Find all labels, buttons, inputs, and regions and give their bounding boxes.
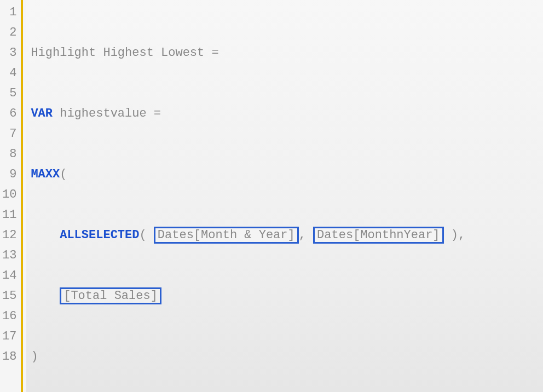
- line-number: 16: [2, 306, 16, 326]
- close-paren: ): [31, 350, 38, 364]
- column-ref-month-year[interactable]: Dates[Month & Year]: [154, 227, 299, 244]
- var-name: highestvalue =: [53, 107, 161, 120]
- line-number: 8: [2, 144, 16, 164]
- gutter-accent-bar: [21, 0, 23, 392]
- measure-ref-total-sales[interactable]: [Total Sales]: [60, 287, 161, 304]
- line-number: 12: [2, 225, 16, 245]
- maxx-fn: MAXX: [31, 168, 60, 181]
- allselected-fn: ALLSELECTED: [60, 228, 139, 242]
- line-number: 4: [2, 63, 16, 83]
- line-number: 1: [2, 2, 16, 22]
- line-number: 2: [2, 22, 16, 43]
- column-ref-monthnyear[interactable]: Dates[MonthnYear]: [313, 227, 443, 244]
- line-number: 10: [2, 185, 16, 205]
- code-line-6[interactable]: ): [31, 347, 543, 367]
- code-line-4[interactable]: ALLSELECTED( Dates[Month & Year], Dates[…: [31, 225, 543, 245]
- line-number: 13: [2, 245, 16, 266]
- code-line-1[interactable]: Highlight Highest Lowest =: [31, 43, 543, 63]
- line-number: 9: [2, 164, 16, 185]
- line-number-gutter: 123456789101112131415161718: [0, 0, 21, 392]
- line-number: 3: [2, 43, 16, 63]
- line-number: 17: [2, 326, 16, 347]
- code-line-3[interactable]: MAXX(: [31, 164, 543, 185]
- line-number: 7: [2, 124, 16, 144]
- line-number: 11: [2, 205, 16, 225]
- line-number: 5: [2, 83, 16, 103]
- var-keyword: VAR: [31, 107, 53, 120]
- line-number: 14: [2, 266, 16, 286]
- code-editor[interactable]: Highlight Highest Lowest = VAR highestva…: [26, 0, 543, 392]
- open-paren: (: [60, 168, 67, 181]
- measure-name: Highlight Highest Lowest =: [31, 46, 218, 60]
- code-line-2[interactable]: VAR highestvalue =: [31, 103, 543, 124]
- line-number: 15: [2, 286, 16, 306]
- line-number: 6: [2, 103, 16, 124]
- code-line-5[interactable]: [Total Sales]: [31, 286, 543, 306]
- line-number: 18: [2, 347, 16, 367]
